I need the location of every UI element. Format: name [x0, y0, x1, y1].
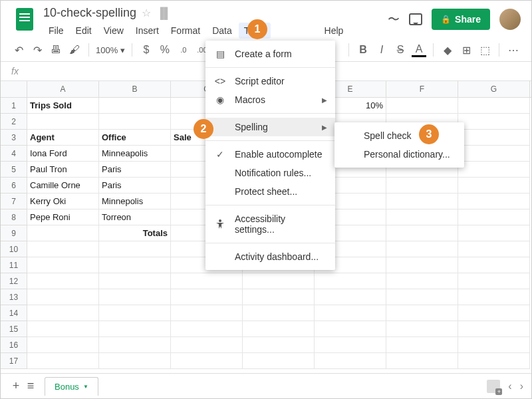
cell[interactable] — [386, 321, 458, 337]
cell[interactable] — [458, 353, 530, 369]
cell[interactable] — [171, 321, 243, 337]
cell[interactable] — [386, 257, 458, 273]
cell[interactable] — [458, 130, 530, 146]
cell[interactable] — [27, 241, 99, 257]
cell[interactable] — [27, 114, 99, 130]
menu-format[interactable]: Format — [166, 23, 205, 39]
cell[interactable] — [386, 178, 458, 194]
more-icon[interactable]: ⋯ — [506, 43, 521, 57]
cell[interactable] — [99, 305, 171, 321]
cell[interactable] — [171, 337, 243, 353]
avatar[interactable] — [499, 9, 521, 30]
cell[interactable] — [27, 321, 99, 337]
submenu-item-spell-check[interactable]: Spell check — [334, 126, 464, 145]
undo-icon[interactable]: ↶ — [11, 43, 26, 57]
row-header[interactable]: 16 — [1, 337, 27, 353]
fill-color-icon[interactable]: ◆ — [440, 43, 455, 57]
cell[interactable] — [27, 305, 99, 321]
cell[interactable] — [458, 178, 530, 194]
menu-data[interactable]: Data — [207, 23, 237, 39]
cell[interactable] — [386, 273, 458, 289]
cell[interactable] — [458, 289, 530, 305]
explore-button[interactable] — [487, 380, 500, 393]
cell[interactable] — [99, 289, 171, 305]
row-header[interactable]: 8 — [1, 209, 27, 225]
menu-item-macros[interactable]: ◉Macros▶ — [205, 90, 335, 109]
row-header[interactable]: 14 — [1, 305, 27, 321]
menu-help[interactable]: Help — [319, 23, 349, 39]
cell[interactable] — [243, 321, 315, 337]
merge-icon[interactable]: ⬚ — [477, 43, 492, 57]
cell[interactable] — [171, 273, 243, 289]
cell[interactable] — [27, 257, 99, 273]
bold-icon[interactable]: B — [356, 43, 370, 57]
cell[interactable] — [386, 194, 458, 209]
cell[interactable] — [458, 146, 530, 162]
cell[interactable] — [171, 305, 243, 321]
chevron-right-icon[interactable]: › — [520, 380, 523, 392]
cell[interactable]: Paris — [99, 162, 171, 178]
cell[interactable] — [386, 225, 458, 241]
cell[interactable] — [171, 353, 243, 369]
paint-format-icon[interactable]: 🖌 — [67, 43, 82, 57]
cell[interactable] — [99, 241, 171, 257]
cell[interactable] — [458, 337, 530, 353]
cell[interactable] — [27, 225, 99, 241]
row-header[interactable]: 2 — [1, 114, 27, 130]
all-sheets-button[interactable]: ≡ — [23, 379, 38, 393]
comment-icon[interactable] — [409, 13, 422, 25]
borders-icon[interactable]: ⊞ — [459, 43, 473, 57]
cell[interactable]: Paris — [99, 178, 171, 194]
cell[interactable] — [386, 353, 458, 369]
menu-item-autocomplete[interactable]: ✓Enable autocomplete — [205, 145, 335, 164]
cell[interactable] — [27, 337, 99, 353]
menu-item-activity-dashboard[interactable]: Activity dashboard... — [205, 247, 335, 266]
redo-icon[interactable]: ↷ — [30, 43, 45, 57]
strike-icon[interactable]: S — [393, 43, 408, 57]
add-sheet-button[interactable]: + — [9, 379, 23, 393]
move-folder-icon[interactable]: ▐▌ — [156, 7, 172, 19]
cell[interactable] — [315, 289, 386, 305]
cell[interactable]: Camille Orne — [27, 178, 99, 194]
row-header[interactable]: 1 — [1, 98, 27, 114]
cell[interactable] — [171, 289, 243, 305]
col-header-b[interactable]: B — [99, 81, 171, 97]
cell[interactable] — [243, 289, 315, 305]
row-header[interactable]: 3 — [1, 130, 27, 146]
row-header[interactable]: 13 — [1, 289, 27, 305]
doc-title[interactable]: 10-check-spelling — [43, 6, 136, 20]
cell[interactable]: Minnepolis — [99, 194, 171, 209]
menu-view[interactable]: View — [98, 23, 129, 39]
cell[interactable] — [458, 209, 530, 225]
menu-insert[interactable]: Insert — [130, 23, 164, 39]
cell[interactable]: Kerry Oki — [27, 194, 99, 209]
cell[interactable] — [99, 114, 171, 130]
row-header[interactable]: 15 — [1, 321, 27, 337]
cell[interactable] — [386, 289, 458, 305]
share-button[interactable]: 🔒 Share — [432, 9, 490, 30]
cell[interactable] — [315, 337, 386, 353]
row-header[interactable]: 10 — [1, 241, 27, 257]
text-color-icon[interactable]: A — [412, 43, 426, 57]
chevron-left-icon[interactable]: ‹ — [508, 380, 511, 392]
cell[interactable] — [27, 289, 99, 305]
cell[interactable]: Agent — [27, 130, 99, 146]
currency-icon[interactable]: $ — [139, 43, 154, 57]
cell[interactable]: Totals — [99, 225, 171, 241]
submenu-item-personal-dictionary[interactable]: Personal dictionary... — [334, 145, 464, 164]
cell[interactable] — [315, 305, 386, 321]
sheets-logo[interactable] — [11, 6, 38, 33]
cell[interactable] — [99, 337, 171, 353]
row-header[interactable]: 7 — [1, 194, 27, 209]
zoom-select[interactable]: 100% ▾ — [96, 45, 125, 55]
cell[interactable] — [243, 273, 315, 289]
cell[interactable]: Pepe Roni — [27, 209, 99, 225]
col-header-a[interactable]: A — [27, 81, 99, 97]
cell[interactable] — [27, 273, 99, 289]
cell[interactable] — [99, 98, 171, 114]
cell[interactable] — [99, 353, 171, 369]
cell[interactable]: Torreon — [99, 209, 171, 225]
cell[interactable]: Office — [99, 130, 171, 146]
cell[interactable] — [458, 194, 530, 209]
menu-item-notification-rules[interactable]: Notification rules... — [205, 164, 335, 182]
